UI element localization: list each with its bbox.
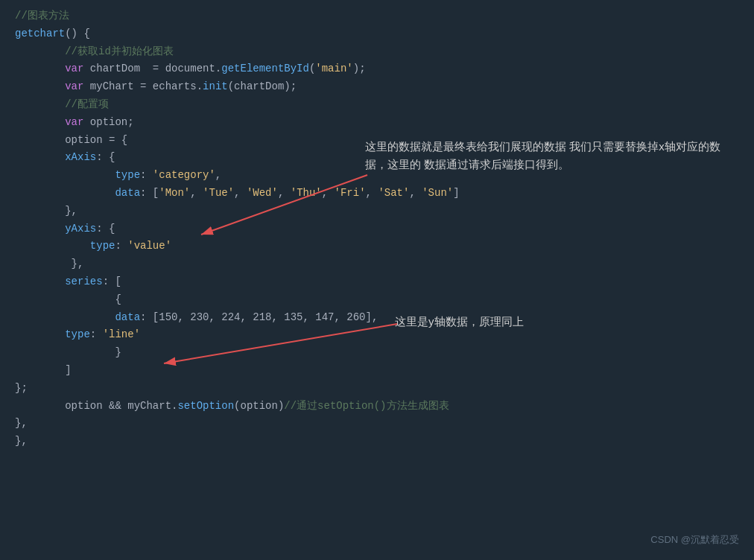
code-line: data: ['Mon', 'Tue', 'Wed', 'Thu', 'Fri'… [15, 185, 739, 203]
code-line: var chartDom = document.getElementById('… [15, 60, 739, 78]
code-line: yAxis: { [15, 220, 739, 238]
code-line: type: 'line' [15, 326, 739, 344]
code-line: option && myChart.setOption(option)//通过s… [15, 398, 739, 416]
code-line: var myChart = echarts.init(chartDom); [15, 78, 739, 96]
code-block: //图表方法getchart() { //获取id并初始化图表 var char… [0, 0, 754, 458]
code-line: //图表方法 [15, 7, 739, 25]
code-line: data: [150, 230, 224, 218, 135, 147, 260… [15, 309, 739, 327]
code-line: }; [15, 380, 739, 398]
code-line: //获取id并初始化图表 [15, 43, 739, 61]
code-line: }, [15, 203, 739, 220]
watermark: CSDN @沉默着忍受 [650, 533, 739, 547]
code-line: } [15, 344, 739, 362]
code-line: { [15, 291, 739, 309]
annotation-1: 这里的数据就是最终表给我们展现的数据 我们只需要替换掉x轴对应的数据，这里的 数… [365, 138, 723, 174]
code-line: type: 'value' [15, 238, 739, 255]
code-line: var option; [15, 114, 739, 132]
code-line: getchart() { [15, 25, 739, 43]
code-line: ] [15, 362, 739, 380]
code-line: series: [ [15, 273, 739, 291]
code-line: //配置项 [15, 96, 739, 114]
code-line: }, [15, 255, 739, 273]
code-line: }, [15, 433, 739, 451]
annotation-2: 这里是y轴数据，原理同上 [395, 313, 524, 331]
code-line: }, [15, 415, 739, 433]
